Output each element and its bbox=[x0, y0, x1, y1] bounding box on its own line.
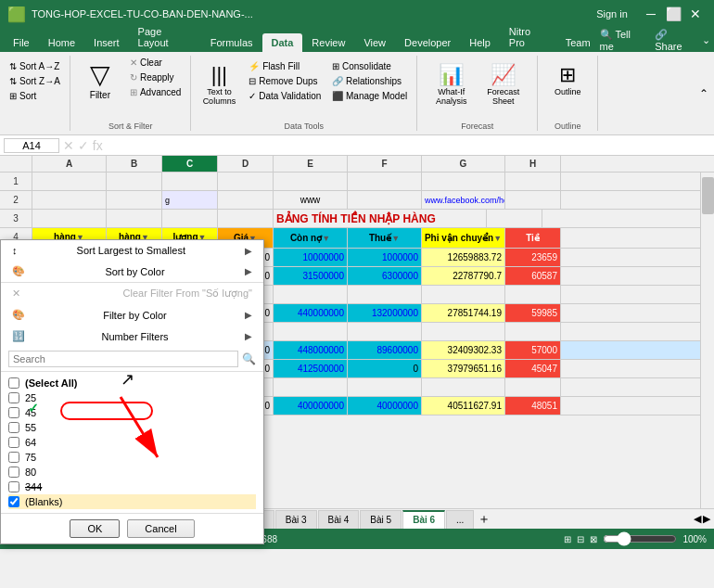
cell-F11[interactable]: 0 bbox=[348, 360, 422, 377]
checkbox-select-all[interactable] bbox=[8, 377, 19, 389]
sheet-tab-bai-6[interactable]: Bài 6 bbox=[402, 510, 445, 529]
cell-B1[interactable] bbox=[107, 173, 162, 190]
sort-custom-button[interactable]: ⊞ Sort bbox=[6, 89, 40, 103]
cell-G8[interactable]: 27851744.19 bbox=[422, 304, 505, 322]
view-page-break-icon[interactable]: ⊠ bbox=[590, 534, 597, 544]
cell-G12[interactable] bbox=[422, 378, 505, 396]
tab-nitro-pro[interactable]: Nitro Pro bbox=[500, 22, 556, 52]
cell-F4[interactable]: Thuế ▼ bbox=[348, 228, 422, 248]
cell-F12[interactable] bbox=[348, 378, 422, 396]
scrollbar-thumb[interactable] bbox=[702, 177, 714, 214]
col-A[interactable]: A bbox=[32, 156, 107, 172]
cell-G6[interactable]: 22787790.7 bbox=[422, 267, 505, 285]
cell-H8[interactable]: 59985 bbox=[505, 304, 561, 322]
sort-largest-smallest[interactable]: ↕ Sort Largest to Smallest ▶ bbox=[1, 240, 263, 261]
sort-az-button[interactable]: ⇅ Sort A→Z bbox=[6, 59, 63, 73]
cell-A3[interactable] bbox=[32, 210, 107, 227]
check-select-all[interactable]: (Select All) bbox=[8, 376, 256, 390]
tab-data[interactable]: Data bbox=[262, 33, 303, 52]
col-F[interactable]: F bbox=[348, 156, 422, 172]
name-box[interactable] bbox=[4, 138, 59, 153]
cell-E5[interactable]: 10000000 bbox=[274, 249, 348, 266]
col-H[interactable]: H bbox=[505, 156, 561, 172]
col-G[interactable]: G bbox=[422, 156, 505, 172]
cell-F1[interactable] bbox=[348, 173, 422, 190]
cell-H3[interactable] bbox=[487, 210, 542, 227]
cell-A2[interactable] bbox=[32, 191, 107, 209]
tab-insert[interactable]: Insert bbox=[84, 33, 129, 52]
cell-E2[interactable]: www bbox=[274, 191, 348, 209]
checkbox-80[interactable] bbox=[8, 467, 19, 478]
sheet-tab-more[interactable]: ... bbox=[446, 510, 474, 529]
cell-F10[interactable]: 89600000 bbox=[348, 341, 422, 359]
relationships-button[interactable]: 🔗 Relationships bbox=[328, 74, 411, 88]
checkbox-blanks[interactable] bbox=[8, 496, 19, 507]
sort-za-button[interactable]: ⇅ Sort Z→A bbox=[6, 74, 64, 88]
cell-G4[interactable]: Phi vận chuyển ▼ bbox=[422, 228, 505, 248]
signin-button[interactable]: Sign in bbox=[584, 3, 640, 25]
check-75[interactable]: 75 bbox=[8, 450, 256, 465]
checkbox-45[interactable] bbox=[8, 407, 19, 418]
cell-H10[interactable]: 57000 bbox=[505, 341, 561, 359]
cell-E11[interactable]: 412500000 bbox=[274, 360, 348, 377]
clear-button[interactable]: ✕ Clear bbox=[126, 56, 185, 70]
filter-button[interactable]: ▽ Filter bbox=[76, 56, 124, 104]
consolidate-button[interactable]: ⊞ Consolidate bbox=[328, 59, 411, 73]
reapply-button[interactable]: ↻ Reapply bbox=[126, 70, 185, 84]
cell-G2[interactable]: www.facebook.com/hoce bbox=[422, 191, 505, 209]
manage-model-button[interactable]: ⬛ Manage Model bbox=[328, 89, 411, 103]
collapse-ribbon-icon[interactable]: ⌃ bbox=[699, 87, 708, 100]
sheet-tab-bai-4[interactable]: Bài 4 bbox=[318, 510, 360, 529]
cell-D2[interactable] bbox=[218, 191, 274, 209]
cell-E3[interactable]: BẢNG TÍNH TIỀN NHẬP HÀNG bbox=[274, 210, 487, 227]
col-C[interactable]: C bbox=[162, 156, 218, 172]
cell-E9[interactable] bbox=[274, 323, 348, 340]
outline-button[interactable]: ⊞ Outline bbox=[543, 59, 592, 100]
tab-help[interactable]: Help bbox=[460, 33, 500, 52]
col-D[interactable]: D bbox=[218, 156, 274, 172]
cell-H5[interactable]: 23659 bbox=[505, 249, 561, 266]
search-icon[interactable]: 🔍 bbox=[242, 352, 256, 365]
tab-formulas[interactable]: Formulas bbox=[201, 33, 262, 52]
cell-H1[interactable] bbox=[505, 173, 561, 190]
cell-C2[interactable]: g bbox=[162, 191, 218, 209]
checkbox-64[interactable] bbox=[8, 437, 19, 448]
col-B[interactable]: B bbox=[107, 156, 162, 172]
remove-dups-button[interactable]: ⊟ Remove Dups bbox=[245, 74, 325, 88]
cell-D3[interactable] bbox=[218, 210, 274, 227]
checkbox-25[interactable] bbox=[8, 392, 19, 403]
scroll-right-icon[interactable]: ▶ bbox=[703, 513, 710, 525]
check-45[interactable]: 45 bbox=[8, 405, 256, 420]
cell-E7[interactable] bbox=[274, 286, 348, 303]
cell-H13[interactable]: 48051 bbox=[505, 397, 561, 415]
sheet-tab-bai-3[interactable]: Bài 3 bbox=[275, 510, 317, 529]
formula-input[interactable] bbox=[107, 140, 710, 151]
cell-H11[interactable]: 45047 bbox=[505, 360, 561, 377]
text-to-columns-button[interactable]: ||| Text to Columns bbox=[197, 59, 241, 109]
cell-G7[interactable] bbox=[422, 286, 505, 303]
col-E[interactable]: E bbox=[274, 156, 348, 172]
cell-G5[interactable]: 12659883.72 bbox=[422, 249, 505, 266]
cell-H2[interactable] bbox=[505, 191, 561, 209]
ok-button[interactable]: OK bbox=[70, 519, 120, 538]
cell-D1[interactable] bbox=[218, 173, 274, 190]
cell-G9[interactable] bbox=[422, 323, 505, 340]
cell-G1[interactable] bbox=[422, 173, 505, 190]
cell-E10[interactable]: 448000000 bbox=[274, 341, 348, 359]
cell-E13[interactable]: 400000000 bbox=[274, 397, 348, 415]
cell-C1[interactable] bbox=[162, 173, 218, 190]
cell-C3[interactable] bbox=[162, 210, 218, 227]
cell-H12[interactable] bbox=[505, 378, 561, 396]
check-80[interactable]: 80 bbox=[8, 465, 256, 479]
cell-G10[interactable]: 32409302.33 bbox=[422, 341, 505, 359]
cell-F13[interactable]: 40000000 bbox=[348, 397, 422, 415]
tab-file[interactable]: File bbox=[4, 33, 39, 52]
cell-E6[interactable]: 31500000 bbox=[274, 267, 348, 285]
advanced-button[interactable]: ⊞ Advanced bbox=[126, 85, 185, 99]
cell-H6[interactable]: 60587 bbox=[505, 267, 561, 285]
tab-view[interactable]: View bbox=[354, 33, 395, 52]
tab-review[interactable]: Review bbox=[302, 33, 354, 52]
cell-F6[interactable]: 6300000 bbox=[348, 267, 422, 285]
data-validation-button[interactable]: ✓ Data Validation bbox=[245, 89, 325, 103]
cell-E8[interactable]: 440000000 bbox=[274, 304, 348, 322]
